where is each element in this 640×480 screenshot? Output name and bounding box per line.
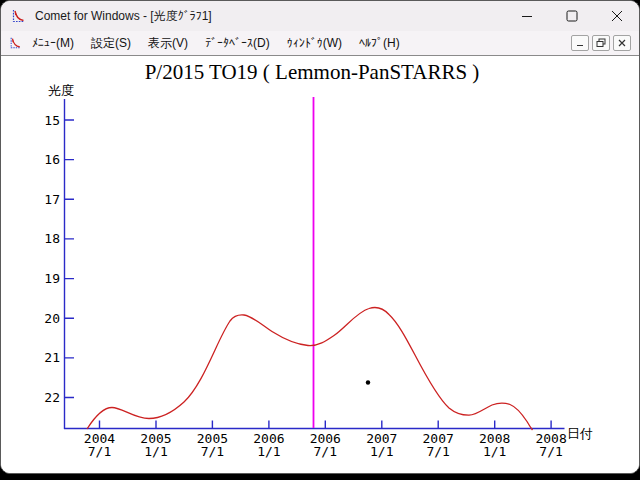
y-tick-label: 15 — [44, 113, 60, 128]
x-axis-label: 日付 — [567, 426, 593, 441]
mdi-minimize-icon — [575, 38, 585, 48]
y-tick-label: 19 — [44, 271, 60, 286]
y-tick-label: 16 — [44, 152, 60, 167]
menu-item-menu[interactable]: ﾒﾆｭｰ(M) — [25, 33, 81, 53]
x-tick-day: 7/1 — [426, 444, 449, 459]
light-curve-chart: P/2015 TO19 ( Lemmon-PanSTARRS ) 光度 日付 — [1, 56, 640, 473]
y-tick-labels: 15 16 17 18 19 20 21 22 — [44, 113, 60, 406]
mdi-close-button[interactable] — [613, 35, 631, 51]
close-button[interactable] — [594, 1, 639, 31]
menu-bar: ﾒﾆｭｰ(M) 設定(S) 表示(V) ﾃﾞｰﾀﾍﾞｰｽ(D) ｳｨﾝﾄﾞｳ(W… — [1, 31, 639, 56]
mdi-minimize-button[interactable] — [571, 35, 589, 51]
menu-item-settings[interactable]: 設定(S) — [84, 32, 138, 55]
maximize-icon — [566, 10, 578, 22]
y-tick-label: 22 — [44, 390, 60, 405]
mdi-restore-icon — [596, 38, 606, 48]
y-axis-label: 光度 — [48, 83, 74, 98]
x-tick-day: 7/1 — [88, 444, 111, 459]
x-tick-day: 7/1 — [539, 444, 562, 459]
observation-data-point — [366, 380, 370, 384]
mdi-document-icon light-curve-graph-icon[interactable] — [9, 37, 22, 50]
y-axis-ticks — [65, 120, 74, 398]
mdi-close-icon — [617, 38, 627, 48]
menu-item-window[interactable]: ｳｨﾝﾄﾞｳ(W) — [280, 33, 349, 53]
app-window: Comet for Windows - [光度ｸﾞﾗﾌ1] ﾒﾆｭｰ(M) 設定… — [0, 0, 640, 474]
title-bar[interactable]: Comet for Windows - [光度ｸﾞﾗﾌ1] — [1, 1, 639, 31]
x-tick-day: 1/1 — [144, 444, 167, 459]
minimize-icon — [521, 10, 533, 22]
app-icon light-curve-graph-icon[interactable] — [11, 9, 26, 24]
close-icon — [611, 10, 623, 22]
x-tick-day: 1/1 — [483, 444, 506, 459]
chart-client-area: P/2015 TO19 ( Lemmon-PanSTARRS ) 光度 日付 — [1, 56, 639, 473]
menu-item-database[interactable]: ﾃﾞｰﾀﾍﾞｰｽ(D) — [198, 33, 277, 53]
x-tick-day: 7/1 — [314, 444, 337, 459]
x-axis-ticks — [100, 421, 552, 429]
minimize-button[interactable] — [504, 1, 549, 31]
menu-item-help[interactable]: ﾍﾙﾌﾟ(H) — [352, 33, 407, 53]
chart-title: P/2015 TO19 ( Lemmon-PanSTARRS ) — [145, 60, 480, 84]
y-tick-label: 18 — [44, 231, 60, 246]
x-tick-day: 1/1 — [257, 444, 280, 459]
light-curve — [87, 308, 533, 430]
y-tick-label: 17 — [44, 192, 60, 207]
mdi-restore-button[interactable] — [592, 35, 610, 51]
x-tick-labels: 2004 7/1 2005 1/1 2005 7/1 2006 1/1 2006… — [84, 431, 567, 459]
window-title: Comet for Windows - [光度ｸﾞﾗﾌ1] — [35, 8, 504, 25]
menu-item-view[interactable]: 表示(V) — [141, 32, 195, 55]
x-tick-day: 1/1 — [370, 444, 393, 459]
x-tick-day: 7/1 — [201, 444, 224, 459]
y-tick-label: 21 — [44, 350, 60, 365]
maximize-button[interactable] — [549, 1, 594, 31]
y-tick-label: 20 — [44, 311, 60, 326]
